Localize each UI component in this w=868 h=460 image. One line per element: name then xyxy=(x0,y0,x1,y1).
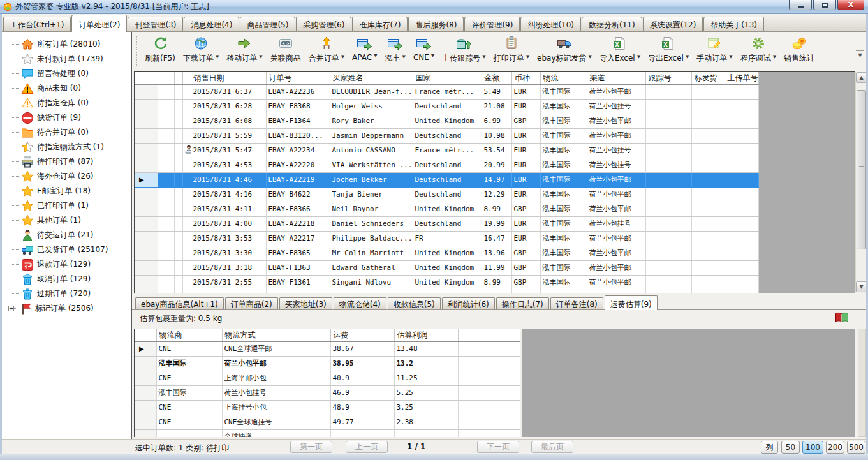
sidebar-item-9[interactable]: 待打印订单 (87) xyxy=(2,154,131,169)
menu-tab-11[interactable]: 数据分析(11) xyxy=(582,17,642,31)
scrollbar-thumb[interactable] xyxy=(857,90,866,249)
row-selector-cell[interactable] xyxy=(135,260,158,275)
row-selector-cell[interactable] xyxy=(135,275,158,290)
order-row-selected[interactable]: ▶2015/8/31 4:46EBAY-A22219Jochen BekkerD… xyxy=(135,172,758,187)
toolbar-button-16[interactable]: 销售统计 xyxy=(780,32,818,64)
toolbar-button-13[interactable]: X导出Excel▼ xyxy=(644,32,693,64)
freight-scroll-track[interactable] xyxy=(858,329,866,437)
toolbar-button-6[interactable]: APAC▼ xyxy=(348,32,381,62)
row-selector-cell[interactable] xyxy=(135,415,156,429)
row-selector-cell[interactable]: ▶ xyxy=(135,172,158,187)
sidebar-item-8[interactable]: 待指定物流方式 (1) xyxy=(2,140,131,154)
dropdown-arrow-icon[interactable]: ▼ xyxy=(216,54,219,59)
row-selector-cell[interactable] xyxy=(135,158,158,172)
row-selector-cell[interactable] xyxy=(135,246,158,260)
scroll-down-button[interactable]: ▼ xyxy=(856,281,867,292)
column-header[interactable]: 订单号 xyxy=(266,72,330,84)
row-selector-cell[interactable] xyxy=(135,84,158,99)
page-size-button-500[interactable]: 500 xyxy=(847,441,865,454)
menu-tab-9[interactable]: 评价管理(9) xyxy=(464,17,520,31)
menu-tab-13[interactable]: 帮助关于(13) xyxy=(703,17,764,31)
page-size-button-100[interactable]: 100 xyxy=(802,441,823,454)
dropdown-arrow-icon[interactable]: ▼ xyxy=(341,54,344,59)
menu-tab-3[interactable]: 刊登管理(3) xyxy=(128,17,183,31)
row-selector-cell[interactable] xyxy=(135,371,156,385)
order-row[interactable]: 2015/8/31 5:47EBAY-A22234Antonio CASSANO… xyxy=(135,143,758,158)
menu-tab-7[interactable]: 仓库库存(7) xyxy=(352,17,408,31)
row-selector-cell[interactable] xyxy=(135,231,158,246)
column-header[interactable]: 上传单号 xyxy=(725,72,758,84)
row-selector-cell[interactable] xyxy=(135,356,156,371)
order-row[interactable]: 2015/8/31 4:00EBAY-A22218Daniel Schniede… xyxy=(135,216,758,231)
dropdown-arrow-icon[interactable]: ▼ xyxy=(686,54,689,59)
sidebar-item-17[interactable]: 取消订单 (129) xyxy=(2,272,131,286)
order-row[interactable]: 2015/8/31 3:18EBAY-F1363Edward GatheralU… xyxy=(135,260,758,275)
sidebar-item-7[interactable]: 待合并订单 (0) xyxy=(2,125,131,140)
menu-tab-8[interactable]: 售后服务(8) xyxy=(408,17,464,31)
menu-tab-5[interactable]: 商品管理(5) xyxy=(240,17,295,31)
freight-row[interactable]: 全球快递 xyxy=(135,429,520,437)
row-selector-cell[interactable] xyxy=(135,128,158,143)
menu-tab-2[interactable]: 订单处理(2) xyxy=(71,15,127,32)
freight-row[interactable]: CNE上海平邮小包40.911.25 xyxy=(135,371,520,385)
dropdown-arrow-icon[interactable]: ▼ xyxy=(773,54,776,59)
toolbar-button-2[interactable]: 下载订单▼ xyxy=(179,32,223,64)
toolbar-button-11[interactable]: ebay标记发货▼ xyxy=(533,32,596,64)
dropdown-arrow-icon[interactable]: ▼ xyxy=(637,54,640,59)
row-selector-cell[interactable] xyxy=(135,114,158,128)
next-page-button[interactable]: 下一页 xyxy=(477,441,519,453)
column-header[interactable]: 销售日期 xyxy=(191,72,266,84)
vertical-scrollbar[interactable]: ▲ ▼ xyxy=(855,72,866,292)
sidebar-item-14[interactable]: 待交运订单 (21) xyxy=(2,228,131,242)
detail-tab-8[interactable]: 订单备注(8) xyxy=(550,297,603,309)
toolbar-button-10[interactable]: 打印订单▼ xyxy=(490,32,533,64)
minimize-button[interactable] xyxy=(789,0,812,10)
toolbar-button-5[interactable]: 合并订单▼ xyxy=(305,32,348,64)
toolbar-button-12[interactable]: X导入Excel▼ xyxy=(596,32,644,64)
menu-tab-10[interactable]: 纠纷处理(10) xyxy=(520,17,581,31)
sidebar-item-18[interactable]: 过期订单 (720) xyxy=(2,286,131,301)
sidebar-item-11[interactable]: E邮宝订单 (18) xyxy=(2,184,131,198)
last-page-button[interactable]: 最后页 xyxy=(531,441,573,453)
book-icon[interactable] xyxy=(835,312,849,323)
detail-tab-7[interactable]: 操作日志(7) xyxy=(496,297,549,309)
detail-tab-5[interactable]: 收款信息(5) xyxy=(388,297,441,309)
dropdown-arrow-icon[interactable]: ▼ xyxy=(402,54,406,59)
first-page-button[interactable]: 第一页 xyxy=(290,441,332,453)
detail-tab-4[interactable]: 物流仓储(4) xyxy=(334,297,386,309)
page-size-button-200[interactable]: 200 xyxy=(826,441,844,454)
dropdown-arrow-icon[interactable]: ▼ xyxy=(259,54,262,59)
sidebar-item-10[interactable]: 海外仓订单 (26) xyxy=(2,169,131,184)
scroll-up-button[interactable]: ▲ xyxy=(856,72,867,83)
column-header[interactable]: 跟踪号 xyxy=(645,72,691,84)
close-button[interactable]: X xyxy=(837,0,864,10)
freight-row[interactable]: CNECNE全球通挂号49.772.38 xyxy=(135,415,520,429)
column-header[interactable]: 物流 xyxy=(540,72,587,84)
row-selector-cell[interactable] xyxy=(135,99,158,114)
row-selector-cell[interactable] xyxy=(135,202,158,216)
sidebar-item-13[interactable]: 其他订单 (1) xyxy=(2,213,131,228)
sidebar-item-6[interactable]: 缺货订单 (9) xyxy=(2,110,131,125)
column-header[interactable]: 运费 xyxy=(330,329,394,341)
toolbar-button-4[interactable]: 关联商品 xyxy=(267,32,305,64)
sidebar-item-19[interactable]: +标记订单 (2506) xyxy=(2,301,131,316)
maximize-button[interactable] xyxy=(813,0,836,10)
detail-tab-1[interactable]: ebay商品信息(Alt+1) xyxy=(135,297,224,309)
column-header[interactable]: 标发货 xyxy=(691,72,725,84)
toolbar-button-9[interactable]: 上传跟踪号▼ xyxy=(438,32,489,64)
row-selector-cell[interactable] xyxy=(135,187,158,202)
row-selector-cell[interactable] xyxy=(135,216,158,231)
page-size-button-50[interactable]: 50 xyxy=(781,441,800,454)
sidebar-item-2[interactable]: 未付款订单 (1739) xyxy=(2,52,131,66)
menu-tab-12[interactable]: 系统设置(12) xyxy=(643,17,703,31)
detail-tab-2[interactable]: 订单商品(2) xyxy=(225,297,278,309)
order-row[interactable]: 2015/8/31 4:11EBAY-E8366Neil RaynorUnite… xyxy=(135,202,758,216)
toolbar-overflow-button[interactable]: ▼ xyxy=(856,50,864,59)
sidebar-item-15[interactable]: 已发货订单 (25107) xyxy=(2,242,131,257)
dropdown-arrow-icon[interactable]: ▼ xyxy=(729,54,732,59)
row-selector-cell[interactable] xyxy=(135,385,156,400)
sidebar-item-3[interactable]: 留言待处理 (0) xyxy=(2,66,131,81)
order-row[interactable]: 2015/8/31 3:30EBAY-E8365Mr Colin Marriot… xyxy=(135,246,758,260)
detail-tab-9[interactable]: 运费估算(9) xyxy=(605,295,658,310)
column-header[interactable]: 估算利润 xyxy=(394,329,458,341)
